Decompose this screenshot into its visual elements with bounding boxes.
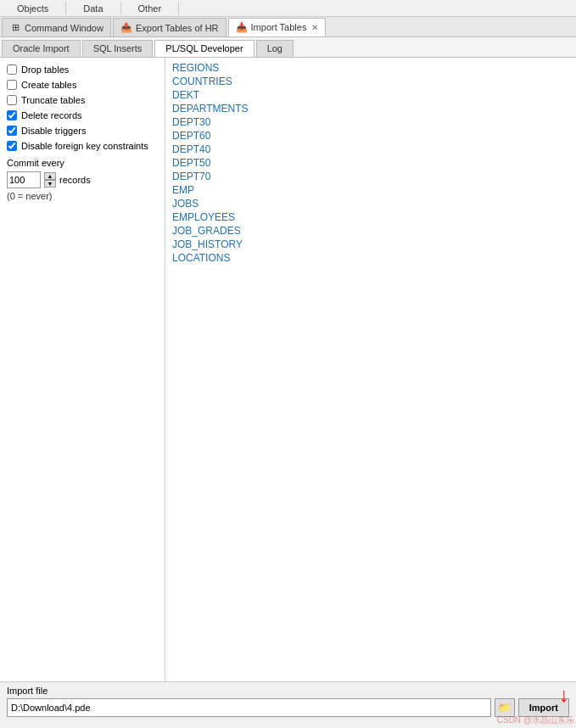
watermark: CSDN @水晶山东乐 [497, 714, 574, 726]
sub-tab-sql-inserts[interactable]: SQL Inserts [82, 40, 154, 57]
nav-other[interactable]: Other [121, 2, 180, 15]
import-tables-icon: 📥 [236, 21, 248, 33]
disable-fk-label: Disable foreign key constraints [21, 141, 148, 151]
nav-data[interactable]: Data [66, 2, 120, 15]
checkbox-drop-tables[interactable]: Drop tables [7, 64, 158, 75]
table-list-panel: REGIONSCOUNTRIESDEKTDEPARTMENTSDEPT30DEP… [165, 58, 576, 681]
window-tabs-bar: ⊞ Command Window 📤 Export Tables of HR 📥… [0, 17, 576, 37]
truncate-tables-checkbox[interactable] [7, 95, 17, 105]
commit-section: Commit every ▲ ▼ records (0 = never) [7, 158, 158, 201]
checkbox-disable-fk[interactable]: Disable foreign key constraints [7, 141, 158, 151]
import-file-label: Import file [7, 686, 569, 696]
close-import-tab-button[interactable]: ✕ [311, 23, 318, 32]
table-list-item[interactable]: REGIONS [169, 61, 573, 75]
table-list-item[interactable]: DEPT60 [169, 129, 573, 143]
table-list-item[interactable]: JOB_GRADES [169, 224, 573, 238]
spin-up-button[interactable]: ▲ [44, 172, 56, 180]
tab-export-tables-label: Export Tables of HR [136, 23, 219, 33]
table-list-item[interactable]: DEKT [169, 88, 573, 102]
create-tables-checkbox[interactable] [7, 80, 17, 90]
import-file-row: 📁 Import [7, 698, 569, 717]
table-list-item[interactable]: COUNTRIES [169, 75, 573, 88]
commit-row: ▲ ▼ records [7, 171, 158, 188]
checkbox-create-tables[interactable]: Create tables [7, 80, 158, 90]
commit-spinner: ▲ ▼ [44, 172, 56, 188]
table-list-item[interactable]: JOBS [169, 197, 573, 210]
drop-tables-label: Drop tables [21, 64, 69, 75]
checkbox-disable-triggers[interactable]: Disable triggers [7, 126, 158, 136]
table-list-item[interactable]: DEPARTMENTS [169, 102, 573, 115]
disable-fk-checkbox[interactable] [7, 141, 17, 151]
table-list-item[interactable]: JOB_HISTORY [169, 238, 573, 251]
table-list-item[interactable]: DEPT50 [169, 156, 573, 170]
main-content: Drop tables Create tables Truncate table… [0, 58, 576, 681]
tab-import-tables-label: Import Tables [251, 22, 307, 32]
spin-down-button[interactable]: ▼ [44, 180, 56, 188]
table-list-item[interactable]: DEPT30 [169, 115, 573, 129]
truncate-tables-label: Truncate tables [21, 95, 85, 105]
tab-command-window-label: Command Window [25, 23, 103, 33]
records-label: records [59, 175, 91, 185]
table-list-item[interactable]: LOCATIONS [169, 251, 573, 265]
nav-objects[interactable]: Objects [0, 2, 66, 15]
delete-records-label: Delete records [21, 110, 82, 120]
disable-triggers-checkbox[interactable] [7, 126, 17, 136]
import-file-path-input[interactable] [7, 698, 491, 717]
tab-export-tables[interactable]: 📤 Export Tables of HR [113, 18, 226, 36]
sub-tab-oracle-import[interactable]: Oracle Import [2, 40, 81, 57]
table-list-item[interactable]: EMPLOYEES [169, 210, 573, 224]
command-window-icon: ⊞ [9, 22, 21, 34]
sub-tabs-bar: Oracle Import SQL Inserts PL/SQL Develop… [0, 37, 576, 58]
top-nav: Objects Data Other [0, 0, 576, 17]
checkbox-truncate-tables[interactable]: Truncate tables [7, 95, 158, 105]
sub-tab-plsql-developer[interactable]: PL/SQL Developer [154, 40, 254, 57]
table-list-item[interactable]: DEPT70 [169, 170, 573, 183]
never-note: (0 = never) [7, 191, 158, 201]
disable-triggers-label: Disable triggers [21, 126, 86, 136]
left-panel: Drop tables Create tables Truncate table… [0, 58, 165, 681]
drop-tables-checkbox[interactable] [7, 64, 17, 75]
commit-every-input[interactable] [7, 171, 41, 188]
sub-tab-log[interactable]: Log [256, 40, 294, 57]
folder-icon: 📁 [498, 702, 511, 714]
create-tables-label: Create tables [21, 80, 76, 90]
table-list-item[interactable]: EMP [169, 183, 573, 197]
export-tables-icon: 📤 [120, 22, 132, 34]
bottom-section: Import file 📁 Import [0, 681, 576, 728]
commit-every-label: Commit every [7, 158, 158, 168]
tab-import-tables[interactable]: 📥 Import Tables ✕ [228, 18, 327, 36]
table-list-item[interactable]: DEPT40 [169, 143, 573, 156]
checkbox-delete-records[interactable]: Delete records [7, 110, 158, 120]
tab-command-window[interactable]: ⊞ Command Window [2, 18, 111, 36]
delete-records-checkbox[interactable] [7, 110, 17, 120]
